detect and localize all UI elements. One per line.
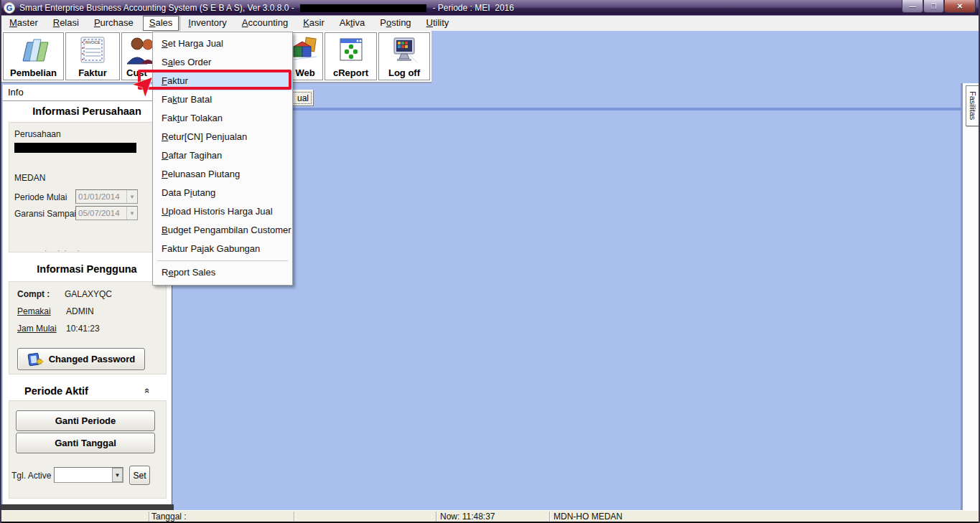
right-dock-strip (963, 83, 980, 510)
toolbar-button-logoff[interactable]: Log off (378, 32, 430, 80)
menubar-item[interactable]: Aktiva (334, 16, 370, 31)
fasilitas-tab[interactable]: Fasilitas (966, 85, 979, 126)
restore-button[interactable]: ❐ (923, 0, 944, 13)
pemakai-label[interactable]: Pemakai (17, 306, 51, 316)
jam-mulai-label[interactable]: Jam Mulai (17, 324, 57, 334)
garansi-sampai-combobox[interactable]: 05/07/2014 ▼ (75, 206, 138, 220)
menubar-item[interactable]: Posting (374, 16, 416, 31)
app-logo-icon: G (4, 2, 15, 14)
company-label: Perusahaan (14, 129, 61, 139)
restore-icon: ❐ (930, 3, 936, 10)
dropdown-arrow-icon[interactable]: ▼ (126, 207, 137, 220)
window-title: Smart Enterprise Business Accounting Sys… (19, 3, 514, 13)
menu-bar: Master Relasi Purchase Sales Inventory A… (1, 16, 980, 31)
compt-value: GALAXYQC (65, 289, 112, 299)
sales-menu-item[interactable]: Faktur Tolakan (153, 109, 292, 128)
sales-menu-item[interactable]: Faktur Batal (153, 90, 292, 109)
company-section-box (9, 122, 167, 253)
tgl-active-label: Tgl. Active (11, 471, 51, 481)
menu-separator (157, 260, 288, 261)
statusbar-location: MDN-HO MEDAN (554, 512, 622, 522)
jam-mulai-value: 10:41:23 (66, 324, 100, 334)
sales-menu-item[interactable]: Upload Historis Harga Jual (153, 202, 292, 221)
company-section-heading: Informasi Perusahaan (3, 105, 171, 120)
menubar-item[interactable]: Kasir (297, 16, 330, 31)
ganti-tanggal-button[interactable]: Ganti Tanggal (16, 433, 155, 453)
window-title-suffix: - Periode : MEI 2016 (430, 3, 514, 13)
tgl-active-combobox[interactable]: ▼ (54, 467, 123, 483)
redacted-company-name (300, 4, 426, 12)
user-section-heading: Informasi Pengguna (3, 263, 171, 278)
periode-mulai-combobox[interactable]: 01/01/2014 ▼ (75, 189, 138, 204)
close-button[interactable]: ✕ (944, 0, 976, 13)
ganti-periode-button[interactable]: Ganti Periode (16, 410, 155, 431)
status-bar: Tanggal : Now: 11:48:37 MDN-HO MEDAN (1, 510, 980, 522)
app-window: G Smart Enterprise Business Accounting S… (0, 0, 980, 523)
window-controls: — ❐ ✕ (902, 0, 976, 13)
menubar-item[interactable]: Master (4, 16, 44, 31)
toolbar-button-creport[interactable]: cReport (325, 32, 377, 80)
window-title-prefix: Smart Enterprise Business Accounting Sys… (19, 3, 297, 13)
sales-menu-item[interactable]: Report Sales (153, 263, 292, 282)
invoice-icon: INVOICE (77, 33, 108, 67)
statusbar-separator (294, 512, 294, 522)
menubar-item[interactable]: Accounting (236, 16, 294, 31)
title-bar: G Smart Enterprise Business Accounting S… (0, 0, 980, 16)
statusbar-tanggal: Tanggal : (151, 512, 187, 522)
menubar-item[interactable]: Sales (143, 16, 179, 31)
logoff-icon (388, 33, 420, 67)
creport-icon (337, 33, 365, 67)
sales-menu-item[interactable]: Pelunasan Piutang (153, 165, 292, 184)
pemakai-value: ADMIN (66, 306, 94, 316)
set-button[interactable]: Set (129, 466, 150, 485)
menubar-item[interactable]: Purchase (88, 16, 139, 31)
sales-menu-item[interactable]: Daftar Tagihan (153, 146, 292, 165)
statusbar-separator (549, 512, 550, 522)
minimize-button[interactable]: — (902, 0, 923, 13)
menubar-item[interactable]: Relasi (47, 16, 85, 31)
purchase-books-icon (17, 33, 50, 67)
redacted-company-value (14, 143, 136, 153)
close-icon: ✕ (957, 2, 963, 10)
splitter-grip[interactable]: · ·· · (45, 247, 131, 255)
dropdown-arrow-icon[interactable]: ▼ (112, 468, 123, 482)
dropdown-arrow-icon[interactable]: ▼ (126, 190, 137, 203)
collapse-chevron-icon[interactable]: « (142, 388, 153, 393)
svg-text:INVOICE: INVOICE (85, 40, 101, 44)
statusbar-separator (436, 512, 437, 522)
city-label: MEDAN (14, 173, 45, 183)
sales-menu-item[interactable]: Retur[CN] Penjualan (153, 128, 292, 146)
minimize-icon: — (909, 2, 916, 10)
sales-menu-item[interactable]: Budget Pengambilan Customer (153, 221, 292, 240)
statusbar-now-time: Now: 11:48:37 (440, 512, 495, 522)
garansi-sampai-label: Garansi Sampai (14, 209, 76, 219)
sidebar-bottom-bar (1, 504, 174, 510)
toolbar-button-faktur[interactable]: INVOICE Faktur (65, 32, 120, 80)
statusbar-separator (149, 512, 149, 522)
menubar-item[interactable]: Utility (421, 16, 455, 31)
password-book-key-icon (27, 352, 45, 367)
periode-mulai-label: Periode Mulai (14, 192, 67, 202)
toolbar-button-pembelian[interactable]: Pembelian (3, 32, 64, 80)
changed-password-button[interactable]: Changed Password (17, 348, 145, 370)
sales-menu-item[interactable]: Faktur Pajak Gabungan (153, 240, 292, 258)
menubar-item[interactable]: Inventory (182, 16, 233, 31)
sales-menu-item[interactable]: Data Piutang (153, 184, 292, 202)
web-icon (289, 33, 321, 67)
compt-label: Compt : (17, 289, 50, 299)
sales-menu-item[interactable]: Set Harga Jual (153, 34, 292, 53)
